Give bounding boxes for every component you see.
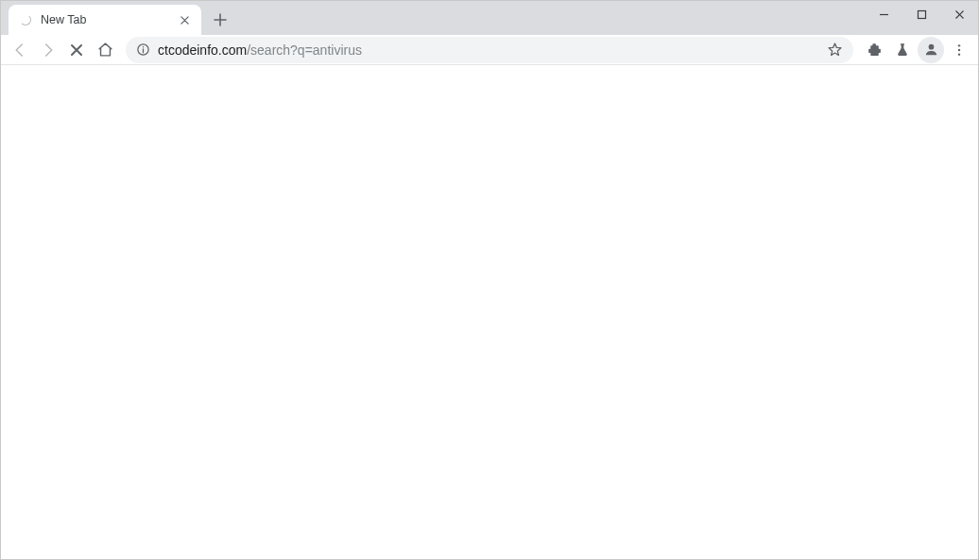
labs-button[interactable] xyxy=(889,37,916,63)
svg-point-5 xyxy=(958,48,960,50)
window-controls xyxy=(865,1,978,27)
address-bar[interactable]: ctcodeinfo.com/search?q=antivirus xyxy=(126,37,853,63)
close-tab-button[interactable] xyxy=(177,12,192,27)
minimize-button[interactable] xyxy=(865,1,902,27)
new-tab-button[interactable] xyxy=(207,7,233,33)
page-content xyxy=(1,65,978,559)
stop-reload-button[interactable] xyxy=(63,37,90,63)
svg-point-6 xyxy=(958,53,960,55)
tab-strip: New Tab xyxy=(1,1,978,35)
svg-point-4 xyxy=(958,44,960,46)
svg-rect-0 xyxy=(918,10,925,18)
tab-title: New Tab xyxy=(41,13,177,26)
svg-point-2 xyxy=(142,46,144,48)
menu-button[interactable] xyxy=(946,37,972,63)
url-text: ctcodeinfo.com/search?q=antivirus xyxy=(158,42,817,58)
url-path: /search?q=antivirus xyxy=(247,42,362,58)
profile-button[interactable] xyxy=(918,37,944,63)
maximize-button[interactable] xyxy=(902,1,940,27)
extensions-button[interactable] xyxy=(861,37,887,63)
url-host: ctcodeinfo.com xyxy=(158,42,247,58)
toolbar: ctcodeinfo.com/search?q=antivirus xyxy=(1,35,978,65)
browser-tab[interactable]: New Tab xyxy=(9,5,201,35)
home-button[interactable] xyxy=(92,37,118,63)
svg-point-3 xyxy=(928,44,934,50)
bookmark-star-icon[interactable] xyxy=(825,41,844,59)
loading-spinner-icon xyxy=(18,12,33,27)
site-info-icon[interactable] xyxy=(135,42,150,58)
close-window-button[interactable] xyxy=(940,1,978,27)
back-button[interactable] xyxy=(7,37,33,63)
forward-button[interactable] xyxy=(35,37,61,63)
